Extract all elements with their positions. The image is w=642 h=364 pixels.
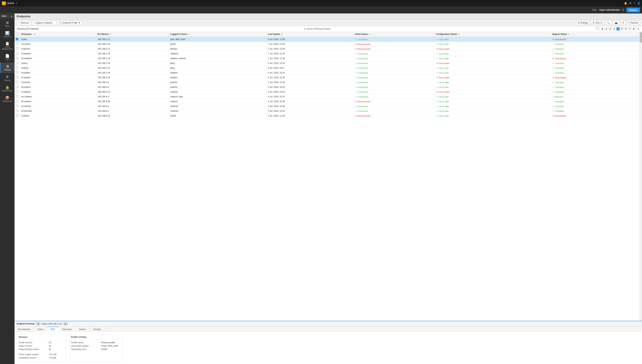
update-filter-icon[interactable]: ▼ [281, 33, 283, 35]
page-2[interactable]: 2 [609, 27, 612, 30]
table-row[interactable]: lt-rwilliams192.168.1.22rwilliams7 Jul. … [15, 51, 639, 56]
preview-prev-button[interactable]: ◄ [36, 322, 41, 326]
client-status-filter-icon[interactable]: ▼ [368, 33, 370, 35]
preview-next-button[interactable]: ► [64, 322, 68, 326]
tab-storage[interactable]: Storage [90, 327, 104, 332]
page-first-btn[interactable]: ⊢ [596, 27, 600, 30]
table-row[interactable]: lt-jking192.168.1.32jking6 Jul. 2019, 10… [15, 61, 639, 66]
sidebar-item-status[interactable]: ⊞ Status [0, 19, 15, 29]
vertical-scrollbar[interactable] [639, 32, 642, 321]
table-row[interactable]: lt-jdoe192.168.1.11jdoe, dbar, jackf8 Ju… [15, 37, 639, 42]
scrollbar-thumb[interactable] [640, 32, 642, 43]
config-status-filter-icon[interactable]: ▼ [458, 33, 460, 35]
profile-button[interactable]: 📋 Endpoint Profile ▼ [57, 21, 82, 25]
row-checkbox[interactable] [16, 62, 18, 64]
table-row[interactable]: lt-sblack192.168.5.15sblack3 Jul. 2019, … [15, 114, 639, 118]
page-1[interactable]: 1 [605, 27, 608, 30]
row-checkbox[interactable] [16, 110, 18, 112]
tab-dlp[interactable]: DLP [47, 327, 59, 332]
select-all-checkbox[interactable] [16, 33, 18, 35]
table-row[interactable]: lt-martinez192.168.5.6martinez4 Jul. 201… [15, 104, 639, 109]
refresh-button[interactable]: ↻ Refresh [627, 21, 640, 25]
zoom-out-button[interactable]: 🔍- [605, 21, 612, 25]
row-checkbox[interactable] [16, 52, 18, 54]
help-icon[interactable]: ? [634, 2, 635, 4]
settings-icon[interactable]: ⚙ [629, 2, 631, 4]
update-cell: 5 Jul. 2019, 12:32 [266, 70, 353, 75]
app-dropdown-arrow[interactable]: ▼ [16, 2, 17, 4]
sidebar-item-settings[interactable]: ⚙ Settings [0, 62, 15, 73]
tab-discovery[interactable]: Discovery [59, 327, 76, 332]
page-prev-btn[interactable]: ◄ [600, 27, 604, 30]
row-checkbox[interactable] [16, 105, 18, 107]
sidebar-item-general[interactable]: ⚙ General [0, 73, 15, 84]
tab-system[interactable]: System [75, 327, 90, 332]
policy-version-value: 32 [49, 345, 51, 347]
sidebar-item-authorization[interactable]: 🔒 Authorization [0, 84, 15, 94]
view-button[interactable]: ☰ View ▼ [591, 21, 604, 25]
row-checkbox[interactable] [16, 100, 18, 102]
check-icon: ✓ [436, 105, 439, 108]
user-icon[interactable]: 👤 [637, 2, 640, 4]
page-6[interactable]: 6 [624, 27, 627, 30]
table-row[interactable]: lt-dbrown192.168.5.11dbrown7 Jul. 2019, … [15, 46, 639, 51]
row-checkbox[interactable] [16, 81, 18, 83]
deploy-button[interactable]: Deploy [626, 8, 640, 12]
bypass-status-filter-icon[interactable]: ▼ [568, 33, 570, 35]
total-policy-value: 20 KB [101, 348, 107, 350]
table-row[interactable]: dt-nadams192.168.4.56nadams4 Jul. 2019, … [15, 99, 639, 104]
page-3[interactable]: 3 [612, 27, 616, 30]
sidebar-item-reporting[interactable]: 📊 Reporting [0, 29, 15, 40]
sidebar-item-policy-management[interactable]: 📋 Policy Management [0, 40, 15, 52]
pagination[interactable]: ⊢ ◄ 1 2 3 4 5 6 7 ► » [596, 27, 640, 30]
table-row[interactable]: lt-jroberts192.168.3.4jroberts5 Jul. 201… [15, 80, 639, 85]
check-icon: ✓ [552, 86, 555, 88]
camera-button[interactable]: 📷 [613, 21, 619, 25]
sidebar-collapse-icon[interactable]: ▲ [11, 15, 13, 17]
row-checkbox[interactable] [16, 57, 18, 59]
row-checkbox[interactable] [16, 71, 18, 74]
page-5[interactable]: 5 [620, 27, 623, 30]
top-bar: F DATA ▼ 🔔 ⚙ ? 👤 [0, 0, 642, 6]
sidebar-item-logs[interactable]: 📄 Logs [0, 52, 15, 62]
table-row[interactable]: ws-nadams192.168.4.4nadams, jdoe4 Jul. 2… [15, 94, 639, 99]
list-icon[interactable]: ☰ [622, 8, 624, 12]
row-checkbox[interactable] [16, 95, 18, 98]
notifications-icon[interactable]: 🔔 [624, 2, 627, 4]
page-7[interactable]: 7 [628, 27, 631, 30]
page-next-btn[interactable]: ► [632, 27, 636, 30]
table-row[interactable]: dt-rwilliams192.168.1.24rwilliams, jbrow… [15, 56, 639, 61]
remove-button[interactable]: ✕ Remove [17, 21, 31, 25]
page-4[interactable]: 4 [616, 27, 620, 30]
settings-toolbar-button[interactable]: ⚙ Settings [576, 21, 589, 25]
table-row[interactable]: dt-jroberts192.168.5.6jroberts4 Jul. 201… [15, 85, 639, 90]
row-checkbox[interactable] [16, 43, 18, 45]
table-row[interactable]: dt-martinez192.168.6.1martinez3 Jul. 201… [15, 109, 639, 114]
row-checkbox[interactable] [16, 90, 18, 93]
client-status-cell: ✓ Connected [353, 94, 435, 99]
row-checkbox[interactable] [16, 48, 18, 50]
ip-filter-icon[interactable]: ▼ [109, 33, 111, 35]
row-checkbox[interactable] [16, 76, 18, 78]
row-checkbox[interactable] [16, 114, 18, 117]
table-row[interactable]: dt-jking192.168.2.37jking6 Jul. 2019, 9:… [15, 66, 639, 70]
sidebar-item-deployment[interactable]: 📦 Deployment [0, 94, 15, 104]
table-row[interactable]: dt-awaker192.168.3.24awalker5 Jul. 2019,… [15, 75, 639, 80]
update-cell: 4 Jul. 2019, 16:25 [266, 85, 353, 90]
tab-not-selected[interactable]: Not Selected [15, 327, 34, 332]
table-row[interactable]: lt-nadams192.168.6.12nadams4 Jul. 2019, … [15, 90, 639, 94]
hostname-filter-icon[interactable]: ▼ [34, 33, 36, 35]
table-row[interactable]: lt-awalker192.168.3.44awalker5 Jul. 2019… [15, 70, 639, 75]
users-filter-icon[interactable]: ▼ [188, 33, 190, 35]
hostname-sort-icon[interactable]: ↕ [32, 33, 33, 35]
row-checkbox[interactable] [16, 66, 18, 69]
row-checkbox[interactable] [16, 38, 18, 40]
tab-status[interactable]: Status [34, 327, 47, 332]
page-last-btn[interactable]: » [636, 27, 640, 30]
row-checkbox[interactable] [16, 86, 18, 88]
sidebar-label-general: General [4, 79, 11, 81]
table-row[interactable]: mc-jsmith192.168.4.23jsmith7 Jul. 2019, … [15, 42, 639, 46]
settings-toolbar-label: Settings [580, 22, 588, 24]
bypass-button[interactable]: ⊘ Bypass Endpoint... [32, 21, 56, 25]
export-button[interactable]: ⬇ [620, 21, 625, 25]
